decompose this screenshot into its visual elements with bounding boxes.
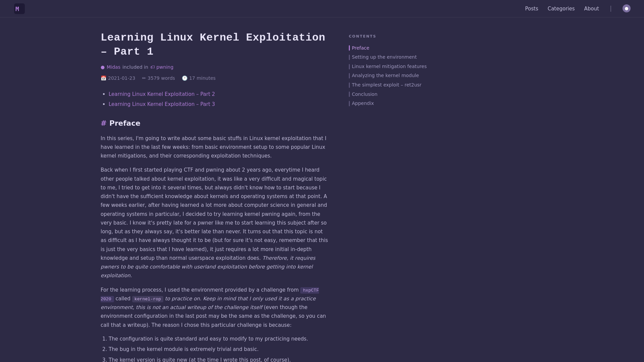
toc-bar — [349, 55, 350, 60]
category-icon: 🏷 — [150, 64, 155, 70]
para3-called: called — [115, 296, 130, 302]
toc-bar — [349, 82, 350, 88]
post-body: # Preface In this series, I'm going to w… — [101, 118, 329, 362]
theme-toggle-button[interactable]: ● — [623, 4, 631, 12]
post-meta-row1: ● Midas included in 🏷 pwning — [101, 63, 329, 71]
nav-links: Posts Categories About | ● — [525, 4, 631, 13]
meta-date: 📅 2021-01-23 — [101, 74, 135, 82]
paragraph-2: Back when I first started playing CTF an… — [101, 166, 329, 280]
sidebar: CONTENTS PrefaceSetting up the environme… — [349, 31, 436, 362]
toc-bar — [349, 101, 350, 106]
list-item-2: The bug in the kernel module is extremel… — [109, 345, 329, 354]
page-wrapper: Learning Linux Kernel Exploitation – Par… — [87, 17, 557, 362]
related-post-1[interactable]: Learning Linux Kernel Exploitation – Par… — [109, 90, 329, 99]
related-post-2[interactable]: Learning Linux Kernel Exploitation – Par… — [109, 100, 329, 109]
nav-link-categories[interactable]: Categories — [548, 6, 575, 12]
toc-link-analyzing[interactable]: Analyzing the kernel module — [352, 72, 419, 79]
related-post-link-1[interactable]: Learning Linux Kernel Exploitation – Par… — [109, 91, 215, 97]
category-link[interactable]: 🏷 pwning — [150, 63, 173, 71]
svg-text:M: M — [15, 5, 19, 12]
clock-icon: 🕐 — [182, 74, 187, 82]
author-icon: ● — [101, 63, 105, 71]
nav-item-categories[interactable]: Categories — [548, 4, 575, 13]
hash-icon: # — [101, 118, 107, 129]
included-in-text: included in — [122, 63, 148, 71]
toc-item-preface: Preface — [349, 45, 436, 52]
toc-link-preface[interactable]: Preface — [352, 45, 369, 52]
toc-list: PrefaceSetting up the environmentLinux k… — [349, 45, 436, 107]
toc-bar — [349, 45, 350, 51]
toc-item-analyzing: Analyzing the kernel module — [349, 72, 436, 79]
nav-divider: | — [608, 4, 613, 13]
toc-container: CONTENTS PrefaceSetting up the environme… — [349, 34, 436, 107]
toc-link-mitigations[interactable]: Linux kernel mitigation features — [352, 63, 427, 70]
theme-icon[interactable]: ● — [623, 4, 631, 12]
post-word-count: 3579 words — [148, 74, 175, 82]
site-logo[interactable]: M — [13, 3, 25, 15]
toc-bar — [349, 92, 350, 97]
para3-prefix: For the learning process, I used the env… — [101, 287, 299, 293]
nav-item-about[interactable]: About — [584, 4, 599, 13]
kernel-rop-code: kernel-rop — [132, 296, 163, 302]
reason-list: The configuration is quite standard and … — [109, 335, 329, 362]
toc-link-conclusion[interactable]: Conclusion — [352, 91, 377, 98]
toc-link-setup[interactable]: Setting up the environment — [352, 54, 417, 61]
toc-title: CONTENTS — [349, 34, 436, 40]
date-icon: 📅 — [101, 74, 106, 82]
related-posts-list: Learning Linux Kernel Exploitation – Par… — [101, 90, 329, 108]
category-label: pwning — [156, 64, 173, 70]
list-item-1: The configuration is quite standard and … — [109, 335, 329, 344]
paragraph-3: For the learning process, I used the env… — [101, 286, 329, 329]
post-meta-row2: 📅 2021-01-23 ✏️ 3579 words 🕐 17 minutes — [101, 74, 329, 82]
post-title: Learning Linux Kernel Exploitation – Par… — [101, 31, 329, 59]
preface-heading-text: Preface — [109, 118, 141, 129]
meta-read-time: 🕐 17 minutes — [182, 74, 216, 82]
nav-item-posts[interactable]: Posts — [525, 4, 538, 13]
list-item-3: The kernel version is quite new (at the … — [109, 356, 329, 362]
post-read-time: 17 minutes — [189, 74, 216, 82]
paragraph-1: In this series, I'm going to write about… — [101, 134, 329, 161]
paragraph-1-text: In this series, I'm going to write about… — [101, 135, 326, 159]
toc-bar — [349, 64, 350, 69]
toc-link-appendix[interactable]: Appendix — [352, 100, 374, 107]
toc-link-exploit[interactable]: The simplest exploit – ret2usr — [352, 82, 422, 88]
main-content: Learning Linux Kernel Exploitation – Par… — [101, 31, 329, 362]
author-link[interactable]: Midas — [107, 63, 120, 71]
navbar: M Posts Categories About | ● — [0, 0, 644, 17]
toc-bar — [349, 73, 350, 78]
meta-words: ✏️ 3579 words — [142, 74, 175, 82]
toc-item-setup: Setting up the environment — [349, 54, 436, 61]
related-post-link-2[interactable]: Learning Linux Kernel Exploitation – Par… — [109, 101, 215, 107]
preface-heading: # Preface — [101, 118, 329, 129]
post-date: 2021-01-23 — [108, 74, 135, 82]
words-icon: ✏️ — [142, 74, 146, 82]
nav-link-about[interactable]: About — [584, 6, 599, 12]
nav-link-posts[interactable]: Posts — [525, 6, 538, 12]
paragraph-2-text: Back when I first started playing CTF an… — [101, 167, 328, 261]
toc-item-exploit: The simplest exploit – ret2usr — [349, 82, 436, 88]
toc-item-conclusion: Conclusion — [349, 91, 436, 98]
toc-item-mitigations: Linux kernel mitigation features — [349, 63, 436, 70]
toc-item-appendix: Appendix — [349, 100, 436, 107]
